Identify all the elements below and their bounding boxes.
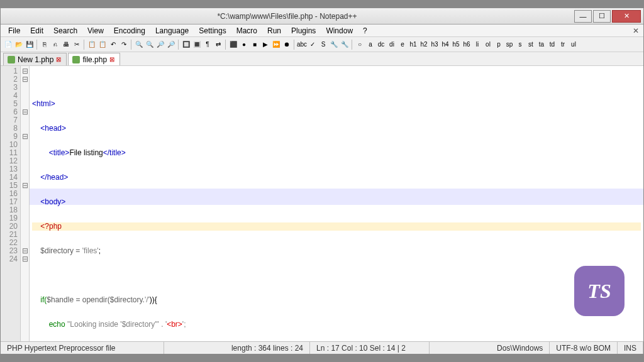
toolbar-btn-42[interactable]: ol	[483, 40, 493, 50]
tab-close-icon[interactable]: ⊠	[56, 57, 62, 63]
toolbar-btn-46[interactable]: st	[526, 40, 536, 50]
mdi-close-icon[interactable]: ✕	[631, 26, 641, 35]
toolbar-btn-12[interactable]: 🔍	[145, 40, 155, 50]
watermark-logo: TS	[574, 266, 625, 316]
menu-file[interactable]: File	[3, 25, 25, 36]
status-mode: INS	[618, 342, 643, 354]
app-window: *C:\wamp\www\Files\file.php - Notepad++ …	[0, 8, 644, 354]
toolbar-btn-37[interactable]: h3	[430, 40, 440, 50]
toolbar-btn-19[interactable]: ⬛	[228, 40, 238, 50]
toolbar-btn-25[interactable]: abc	[297, 40, 307, 50]
menu-macro[interactable]: Macro	[231, 25, 262, 36]
toolbar-btn-44[interactable]: sp	[504, 40, 514, 50]
toolbar-btn-5[interactable]: 🖶	[61, 40, 71, 50]
toolbar-btn-39[interactable]: h5	[451, 40, 461, 50]
menu-window[interactable]: Window	[321, 25, 358, 36]
toolbar-btn-38[interactable]: h4	[440, 40, 450, 50]
toolbar-btn-30[interactable]: ○	[355, 40, 365, 50]
menu-search[interactable]: Search	[48, 25, 82, 36]
toolbar-btn-17[interactable]: ¶	[203, 40, 213, 50]
fold-gutter[interactable]: ⊟⊟⊟⊟⊟⊟⊟	[21, 66, 30, 341]
toolbar: 📄📂💾⎘⎌🖶✂📋📋↶↷🔍🔍🔎🔎🔲🔳¶⇄⬛●■▶⏩⏺abc✓S🔧🔧○adcdieh…	[1, 37, 643, 52]
toolbar-btn-15[interactable]: 🔲	[181, 40, 191, 50]
menubar: File Edit Search View Encoding Language …	[1, 25, 643, 37]
toolbar-btn-7[interactable]: 📋	[87, 40, 97, 50]
toolbar-btn-3[interactable]: ⎘	[40, 40, 50, 50]
menu-settings[interactable]: Settings	[194, 25, 231, 36]
line-number-gutter: 123456789101112131415161718192021222324	[1, 66, 21, 341]
toolbar-btn-16[interactable]: 🔳	[192, 40, 202, 50]
toolbar-btn-32[interactable]: dc	[376, 40, 386, 50]
editor[interactable]: 123456789101112131415161718192021222324 …	[1, 66, 643, 341]
toolbar-btn-26[interactable]: ✓	[308, 40, 318, 50]
toolbar-btn-13[interactable]: 🔎	[155, 40, 165, 50]
tab-file-php[interactable]: file.php ⊠	[68, 53, 120, 65]
toolbar-btn-28[interactable]: 🔧	[329, 40, 339, 50]
titlebar[interactable]: *C:\wamp\www\Files\file.php - Notepad++ …	[1, 8, 643, 25]
code-area[interactable]: <html> <head> <title>File listing</title…	[30, 66, 643, 341]
toolbar-btn-50[interactable]: ul	[569, 40, 579, 50]
toolbar-btn-20[interactable]: ●	[239, 40, 249, 50]
status-length: length : 364 lines : 24	[225, 342, 310, 354]
status-position: Ln : 17 Col : 10 Sel : 14 | 2	[310, 342, 430, 354]
toolbar-btn-29[interactable]: 🔧	[340, 40, 350, 50]
menu-view[interactable]: View	[82, 25, 109, 36]
toolbar-btn-23[interactable]: ⏩	[271, 40, 281, 50]
toolbar-btn-33[interactable]: di	[387, 40, 397, 50]
file-icon	[8, 56, 15, 63]
menu-run[interactable]: Run	[262, 25, 286, 36]
toolbar-btn-1[interactable]: 📂	[14, 40, 24, 50]
toolbar-btn-35[interactable]: h1	[408, 40, 418, 50]
toolbar-btn-27[interactable]: S	[318, 40, 328, 50]
minimize-button[interactable]: —	[574, 10, 592, 23]
toolbar-btn-21[interactable]: ■	[250, 40, 260, 50]
toolbar-btn-22[interactable]: ▶	[260, 40, 270, 50]
toolbar-btn-0[interactable]: 📄	[3, 40, 13, 50]
toolbar-btn-6[interactable]: ✂	[72, 40, 82, 50]
menu-encoding[interactable]: Encoding	[109, 25, 150, 36]
statusbar: PHP Hypertext Preprocessor file length :…	[1, 341, 643, 354]
toolbar-btn-41[interactable]: li	[472, 40, 482, 50]
tab-label: file.php	[82, 55, 107, 64]
toolbar-btn-11[interactable]: 🔍	[134, 40, 144, 50]
toolbar-btn-45[interactable]: s	[515, 40, 525, 50]
tabbar: New 1.php ⊠ file.php ⊠	[1, 52, 643, 66]
toolbar-btn-34[interactable]: e	[397, 40, 408, 50]
status-language: PHP Hypertext Preprocessor file	[1, 342, 164, 354]
toolbar-btn-2[interactable]: 💾	[25, 40, 35, 50]
toolbar-btn-43[interactable]: p	[494, 40, 504, 50]
file-icon	[72, 56, 80, 63]
toolbar-btn-9[interactable]: ↶	[108, 40, 118, 50]
toolbar-btn-40[interactable]: h6	[462, 40, 472, 50]
status-encoding: UTF-8 w/o BOM	[550, 342, 618, 354]
close-button[interactable]: ✕	[612, 10, 641, 23]
highlight-line-16	[30, 189, 643, 197]
toolbar-btn-18[interactable]: ⇄	[213, 40, 223, 50]
toolbar-btn-48[interactable]: td	[547, 40, 557, 50]
toolbar-btn-31[interactable]: a	[365, 40, 375, 50]
menu-help[interactable]: ?	[358, 25, 372, 36]
highlight-line-17	[30, 197, 643, 205]
toolbar-btn-8[interactable]: 📋	[97, 40, 108, 50]
tab-label: New 1.php	[18, 55, 53, 64]
toolbar-btn-47[interactable]: ta	[536, 40, 547, 50]
toolbar-btn-14[interactable]: 🔎	[166, 40, 176, 50]
menu-edit[interactable]: Edit	[25, 25, 48, 36]
toolbar-btn-49[interactable]: tr	[558, 40, 568, 50]
tab-new1[interactable]: New 1.php ⊠	[3, 53, 67, 65]
toolbar-btn-4[interactable]: ⎌	[50, 40, 60, 50]
menu-plugins[interactable]: Plugins	[286, 25, 321, 36]
maximize-button[interactable]: ☐	[593, 10, 611, 23]
window-title: *C:\wamp\www\Files\file.php - Notepad++	[1, 12, 574, 21]
status-eol: Dos\Windows	[491, 342, 550, 354]
toolbar-btn-36[interactable]: h2	[419, 40, 429, 50]
toolbar-btn-10[interactable]: ↷	[119, 40, 129, 50]
tab-close-icon[interactable]: ⊠	[109, 57, 116, 63]
toolbar-btn-24[interactable]: ⏺	[282, 40, 292, 50]
menu-language[interactable]: Language	[150, 25, 194, 36]
